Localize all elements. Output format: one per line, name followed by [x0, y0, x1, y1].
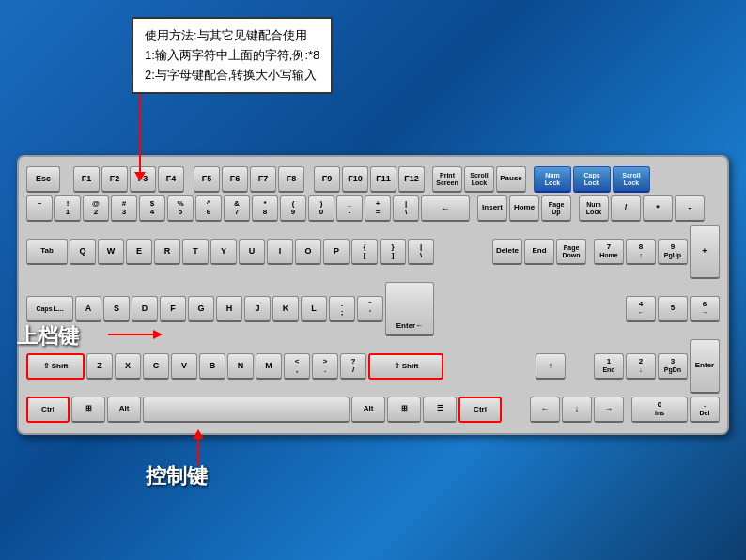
key-backslash[interactable]: |\	[408, 239, 434, 265]
key-w[interactable]: W	[98, 239, 124, 265]
key-comma[interactable]: <,	[284, 353, 310, 380]
key-esc[interactable]: Esc	[26, 166, 60, 193]
key-num-enter[interactable]: Enter	[690, 339, 720, 394]
key-scroll-lock[interactable]: ScrollLock	[464, 166, 494, 193]
key-left-arrow[interactable]: ←	[530, 397, 560, 423]
key-end[interactable]: End	[524, 239, 554, 265]
key-num3[interactable]: 3PgDn	[658, 353, 688, 380]
key-m[interactable]: M	[256, 353, 282, 380]
key-5[interactable]: %5	[167, 195, 194, 222]
key-num7[interactable]: 7Home	[594, 239, 624, 265]
key-v[interactable]: V	[171, 353, 197, 380]
key-scroll-lock-top[interactable]: ScrollLock	[613, 166, 650, 193]
key-e[interactable]: E	[126, 239, 152, 265]
key-o[interactable]: O	[295, 239, 321, 265]
key-3[interactable]: #3	[111, 195, 137, 222]
key-8[interactable]: *8	[252, 195, 278, 222]
key-num1[interactable]: 1End	[594, 353, 624, 380]
key-0[interactable]: )0	[308, 195, 334, 222]
key-n[interactable]: N	[227, 353, 254, 380]
key-f1[interactable]: F1	[73, 166, 100, 193]
key-minus[interactable]: _-	[336, 195, 363, 222]
key-d[interactable]: D	[132, 296, 158, 322]
key-k[interactable]: K	[272, 296, 299, 322]
key-4[interactable]: $4	[139, 195, 165, 222]
key-num-minus[interactable]: -	[675, 195, 705, 222]
key-left-alt[interactable]: Alt	[107, 397, 141, 423]
key-h[interactable]: H	[216, 296, 242, 322]
key-left-ctrl[interactable]: Ctrl	[26, 397, 70, 423]
key-c[interactable]: C	[143, 353, 169, 380]
key-num6[interactable]: 6→	[690, 296, 720, 322]
key-f8[interactable]: F8	[278, 166, 304, 193]
key-right-shift[interactable]: ⇧ Shift	[368, 353, 443, 380]
key-num5[interactable]: 5	[658, 296, 688, 322]
key-home[interactable]: Home	[509, 195, 539, 222]
key-print-screen[interactable]: PrintScreen	[432, 166, 462, 193]
key-caps-lock[interactable]: Caps L...	[26, 296, 73, 322]
key-7[interactable]: &7	[224, 195, 250, 222]
key-1[interactable]: !1	[54, 195, 81, 222]
key-9[interactable]: (9	[280, 195, 306, 222]
key-num-slash[interactable]: /	[611, 195, 641, 222]
key-f2[interactable]: F2	[101, 166, 128, 193]
key-right-ctrl[interactable]: Ctrl	[458, 397, 502, 423]
key-i[interactable]: I	[267, 239, 293, 265]
key-num0[interactable]: 0Ins	[631, 397, 688, 423]
key-f5[interactable]: F5	[194, 166, 220, 193]
key-right-win[interactable]: ⊞	[387, 397, 421, 423]
key-f[interactable]: F	[160, 296, 186, 322]
key-q[interactable]: Q	[70, 239, 96, 265]
key-equals[interactable]: +=	[365, 195, 391, 222]
key-x[interactable]: X	[115, 353, 141, 380]
key-menu[interactable]: ☰	[423, 397, 457, 423]
key-f9[interactable]: F9	[314, 166, 340, 193]
key-num2[interactable]: 2↓	[626, 353, 656, 380]
key-left-win[interactable]: ⊞	[71, 397, 105, 423]
key-right-alt[interactable]: Alt	[351, 397, 385, 423]
key-num4[interactable]: 4←	[626, 296, 656, 322]
key-num-del[interactable]: .Del	[690, 397, 720, 423]
key-r[interactable]: R	[154, 239, 180, 265]
key-caps-lock-top[interactable]: CapsLock	[573, 166, 611, 193]
key-u[interactable]: U	[239, 239, 265, 265]
key-g[interactable]: G	[188, 296, 214, 322]
key-num-lock-num[interactable]: NumLock	[579, 195, 609, 222]
key-insert[interactable]: Insert	[477, 195, 507, 222]
key-page-up[interactable]: PageUp	[541, 195, 571, 222]
key-backslash-left[interactable]: |\	[393, 195, 419, 222]
key-slash[interactable]: ?/	[340, 353, 366, 380]
key-period[interactable]: >.	[312, 353, 338, 380]
key-up-arrow[interactable]: ↑	[536, 353, 566, 380]
key-right-arrow[interactable]: →	[594, 397, 624, 423]
key-6[interactable]: ^6	[195, 195, 222, 222]
key-tab[interactable]: Tab	[26, 239, 68, 265]
key-num-lock[interactable]: NumLock	[534, 166, 571, 193]
key-t[interactable]: T	[182, 239, 209, 265]
key-j[interactable]: J	[244, 296, 271, 322]
key-enter[interactable]: Enter←	[385, 282, 434, 336]
key-num9[interactable]: 9PgUp	[658, 239, 688, 265]
key-pause[interactable]: Pause	[496, 166, 526, 193]
key-b[interactable]: B	[199, 353, 225, 380]
key-page-down[interactable]: PageDown	[556, 239, 586, 265]
key-down-arrow[interactable]: ↓	[562, 397, 592, 423]
key-num-asterisk[interactable]: *	[643, 195, 673, 222]
key-f6[interactable]: F6	[222, 166, 248, 193]
key-num-plus[interactable]: +	[690, 225, 720, 279]
key-semicolon[interactable]: :;	[329, 296, 355, 322]
key-backtick[interactable]: ~`	[26, 195, 53, 222]
key-a[interactable]: A	[75, 296, 101, 322]
key-backspace[interactable]: ←	[421, 195, 470, 222]
key-delete[interactable]: Delete	[492, 239, 522, 265]
key-space[interactable]	[143, 397, 350, 423]
key-rbracket[interactable]: }]	[380, 239, 406, 265]
key-num8[interactable]: 8↑	[626, 239, 656, 265]
key-f12[interactable]: F12	[398, 166, 425, 193]
key-l[interactable]: L	[301, 296, 327, 322]
key-2[interactable]: @2	[83, 195, 109, 222]
key-lbracket[interactable]: {[	[351, 239, 378, 265]
key-s[interactable]: S	[103, 296, 130, 322]
key-f11[interactable]: F11	[370, 166, 396, 193]
key-f10[interactable]: F10	[342, 166, 368, 193]
